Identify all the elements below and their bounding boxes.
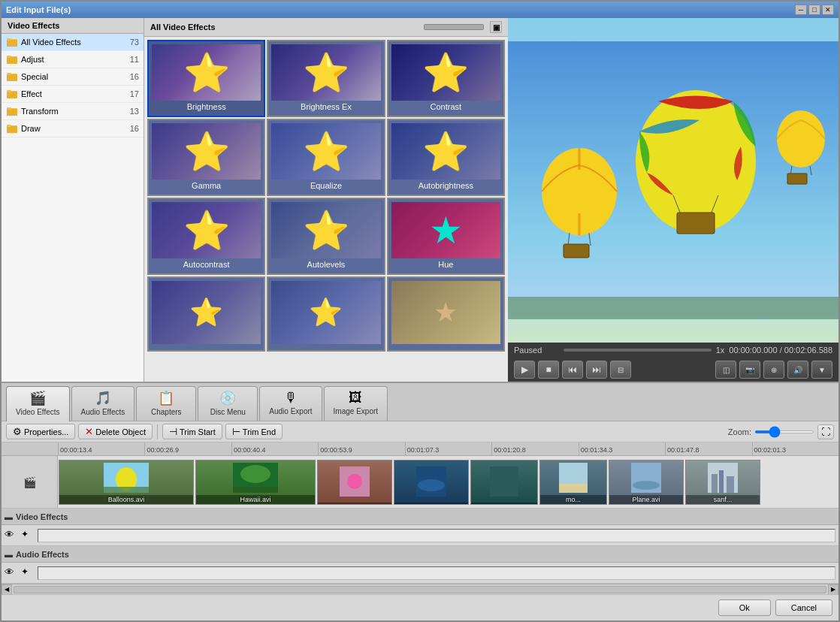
- loop-button[interactable]: ⊟: [610, 361, 631, 379]
- ruler-tick-8: 00:02:01.3: [752, 442, 838, 455]
- time-display: 00:00:00.000 / 00:02:06.588: [729, 346, 832, 355]
- tab-video-effects[interactable]: 🎬 Video Effects: [6, 386, 70, 421]
- clip-city-svg: [708, 463, 738, 493]
- tab-chapters[interactable]: 📋 Chapters: [136, 386, 196, 421]
- video-effects-track-label: Video Effects: [16, 512, 68, 521]
- effect-cell-autocontrast[interactable]: ⭐ Autocontrast: [147, 198, 265, 275]
- clip-city-thumb: [686, 460, 760, 495]
- horizontal-scroll-bar[interactable]: [14, 586, 826, 593]
- timeline-area: 00:00:13.4 00:00:26.9 00:00:40.4 00:00:5…: [2, 442, 838, 584]
- clip-water[interactable]: [394, 460, 469, 505]
- effects-panel: Video Effects All Video Effects 73: [2, 18, 144, 382]
- maximize-button[interactable]: □: [808, 5, 820, 15]
- clip-beach[interactable]: mo...: [539, 460, 607, 505]
- grid-scrollbar[interactable]: [424, 24, 484, 30]
- svg-rect-8: [7, 73, 11, 75]
- ruler-tick-3: 00:00:53.9: [318, 442, 404, 455]
- effect-cell-brightness-ex[interactable]: ⭐ Brightness Ex: [267, 40, 385, 117]
- video-track-fx-button[interactable]: ✦: [21, 529, 35, 542]
- effects-item-adjust[interactable]: Adjust 11: [2, 51, 144, 68]
- effect-cell-partial-a[interactable]: ⭐: [147, 276, 265, 352]
- delete-object-button[interactable]: ✕ Delete Object: [78, 424, 153, 439]
- effects-item-transform[interactable]: Transform 13: [2, 103, 144, 120]
- effect-cell-autobrightness[interactable]: ⭐ Autobrightness: [387, 119, 505, 196]
- clip-flowers[interactable]: [317, 460, 392, 505]
- clip-hawaii[interactable]: Hawaii.avi: [195, 460, 316, 505]
- audio-effects-tab-label: Audio Effects: [81, 408, 125, 416]
- effect-cell-brightness[interactable]: ⭐ Brightness: [147, 40, 265, 117]
- snapshot-button[interactable]: 📷: [739, 361, 760, 379]
- audio-effects-collapse-icon[interactable]: ▬: [5, 550, 13, 559]
- video-track-row: 🎬 Balloons.avi: [2, 456, 838, 509]
- effects-item-all[interactable]: All Video Effects 73: [2, 34, 144, 51]
- clip-5-label: [471, 503, 537, 504]
- effects-grid-title: All Video Effects: [150, 23, 216, 32]
- star-icon-gamma: ⭐: [183, 133, 230, 171]
- clip-boat[interactable]: Plane.avi: [609, 460, 684, 505]
- trim-icon-button[interactable]: ◫: [715, 361, 736, 379]
- svg-rect-49: [719, 470, 724, 493]
- zoom-slider[interactable]: [754, 430, 814, 433]
- tab-audio-export[interactable]: 🎙 Audio Export: [259, 386, 322, 421]
- audio-effects-track-header: ▬ Audio Effects: [2, 546, 838, 563]
- grid-scroll-btn[interactable]: ▣: [490, 21, 502, 33]
- clip-nature[interactable]: [470, 460, 538, 505]
- stop-button[interactable]: ■: [538, 361, 559, 379]
- effect-name-brightness: Brightness: [152, 101, 261, 113]
- effects-item-effect[interactable]: Effect 17: [2, 86, 144, 103]
- effects-item-name-all: All Video Effects: [21, 38, 130, 47]
- prev-frame-button[interactable]: ⏮: [562, 361, 583, 379]
- video-effects-collapse-icon[interactable]: ▬: [5, 512, 13, 521]
- settings-expand-button[interactable]: ▼: [811, 361, 832, 379]
- tab-audio-effects[interactable]: 🎵 Audio Effects: [71, 386, 135, 421]
- video-track-icon: 🎬: [23, 476, 36, 488]
- svg-rect-30: [787, 174, 807, 184]
- video-track-content[interactable]: Balloons.avi Hawaii.avi: [58, 456, 838, 508]
- next-frame-button[interactable]: ⏭: [586, 361, 607, 379]
- clip-balloons[interactable]: Balloons.avi: [59, 460, 194, 505]
- star-icon-partial-c: ★: [434, 299, 458, 326]
- trim-end-button[interactable]: ⊢ Trim End: [225, 424, 283, 439]
- effects-item-special[interactable]: Special 16: [2, 68, 144, 86]
- video-effects-content-area[interactable]: [38, 529, 835, 542]
- effects-item-draw[interactable]: Draw 16: [2, 120, 144, 137]
- effect-cell-contrast[interactable]: ⭐ Contrast: [387, 40, 505, 117]
- camera-button[interactable]: ⊕: [763, 361, 784, 379]
- effect-name-partial-b: [271, 344, 380, 347]
- horizontal-scrollbar: ◀ ▶: [2, 584, 838, 594]
- zoom-expand-button[interactable]: ⛶: [817, 424, 834, 439]
- video-track-eye-button[interactable]: 👁: [5, 529, 18, 542]
- trim-start-button[interactable]: ⊣ Trim Start: [162, 424, 222, 439]
- time-progress-slider[interactable]: [564, 349, 712, 352]
- effect-cell-gamma[interactable]: ⭐ Gamma: [147, 119, 265, 196]
- scroll-right-button[interactable]: ▶: [828, 584, 838, 595]
- delete-label: Delete Object: [95, 427, 146, 436]
- effect-cell-hue[interactable]: ★ Hue: [387, 198, 505, 275]
- ruler-tick-6: 00:01:34.3: [579, 442, 665, 455]
- play-button[interactable]: ▶: [514, 361, 535, 379]
- volume-button[interactable]: 🔊: [787, 361, 808, 379]
- effect-cell-partial-c[interactable]: ★: [387, 276, 505, 352]
- star-icon-brightness: ⭐: [183, 54, 230, 92]
- effect-cell-autolevels[interactable]: ⭐ Autolevels: [267, 198, 385, 275]
- properties-button[interactable]: ⚙ Properties...: [6, 424, 75, 439]
- effects-grid-container[interactable]: ⭐ Brightness ⭐ Brightness Ex ⭐: [144, 37, 508, 382]
- time-current: 00:00:00.000: [729, 346, 777, 355]
- effects-item-count-effect: 17: [130, 89, 139, 98]
- effect-cell-equalize[interactable]: ⭐ Equalize: [267, 119, 385, 196]
- tab-disc-menu[interactable]: 💿 Disc Menu: [198, 386, 258, 421]
- clip-city[interactable]: sanf...: [685, 460, 760, 505]
- effect-cell-partial-b[interactable]: ⭐: [267, 276, 385, 352]
- minimize-button[interactable]: ─: [795, 5, 807, 15]
- tab-image-export[interactable]: 🖼 Image Export: [324, 386, 388, 421]
- audio-track-eye-button[interactable]: 👁: [5, 566, 18, 580]
- video-effects-tab-icon: 🎬: [29, 390, 46, 406]
- scroll-left-button[interactable]: ◀: [2, 584, 12, 595]
- audio-effects-content-area[interactable]: [38, 566, 835, 580]
- audio-track-fx-button[interactable]: ✦: [21, 566, 35, 580]
- close-button[interactable]: ✕: [822, 5, 834, 15]
- ok-button[interactable]: Ok: [718, 599, 771, 616]
- cancel-button[interactable]: Cancel: [775, 599, 832, 616]
- trim-end-icon: ⊢: [232, 426, 240, 437]
- svg-rect-10: [7, 92, 17, 98]
